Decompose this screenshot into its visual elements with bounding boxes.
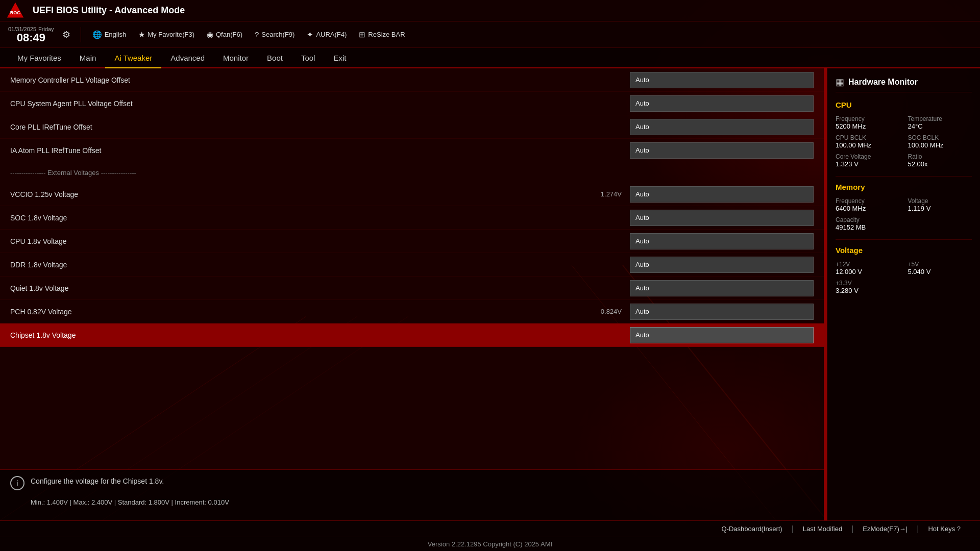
setting-name: Memory Controller PLL Voltage Offset [10,76,630,84]
table-row[interactable]: IA Atom PLL IRefTune Offset Auto [0,139,824,162]
setting-name: PCH 0.82V Voltage [10,308,586,316]
ratio-label: Ratio [908,153,972,160]
resize-icon: ⊞ [359,30,365,39]
setting-dropdown[interactable]: Auto [630,210,814,226]
ezmode-button[interactable]: EzMode(F7)→| [853,525,917,533]
table-row[interactable]: Quiet 1.8v Voltage Auto [0,277,824,300]
mem-voltage-value: 1.119 V [908,205,972,212]
hw-divider [836,176,972,177]
setting-dropdown[interactable]: Auto [630,186,814,203]
search-label: Search(F9) [261,31,295,38]
soc-bclk-label: SOC BCLK [908,134,972,141]
header: ROG UEFI BIOS Utility - Advanced Mode [0,0,980,21]
setting-dropdown[interactable]: Auto [630,142,814,159]
setting-current-value: 1.274V [586,190,622,198]
qfan-button[interactable]: ◉ Qfan(F6) [202,28,248,42]
setting-name: Core PLL IRefTune Offset [10,123,630,131]
table-row[interactable]: Memory Controller PLL Voltage Offset Aut… [0,68,824,92]
settings-list: Memory Controller PLL Voltage Offset Aut… [0,68,824,469]
cpu-stat-item: Core Voltage 1.323 V [836,153,900,168]
fan-icon: ◉ [207,30,213,39]
mem-voltage-label: Voltage [908,197,972,205]
nav-advanced[interactable]: Advanced [161,47,214,68]
cpu-bclk-value: 100.00 MHz [836,141,900,149]
toolbar-divider [81,27,81,42]
v33-label: +3.3V [836,280,900,287]
v33-value: 3.280 V [836,287,900,294]
memory-stats-grid: Frequency 6400 MHz Voltage 1.119 V Capac… [836,197,972,231]
qdashboard-button[interactable]: Q-Dashboard(Insert) [712,525,791,533]
search-button[interactable]: ? Search(F9) [250,28,300,41]
memory-section-title: Memory [836,183,972,191]
my-favorite-button[interactable]: ★ My Favorite(F3) [133,28,200,42]
nav-main[interactable]: Main [70,47,106,68]
info-constraints: Min.: 1.400V | Max.: 2.400V | Standard: … [10,498,814,506]
mem-capacity-value: 49152 MB [836,223,972,231]
resize-bar-button[interactable]: ⊞ ReSize BAR [354,28,410,42]
aura-icon: ✦ [307,30,313,39]
app-title: UEFI BIOS Utility - Advanced Mode [33,5,185,16]
setting-dropdown[interactable]: Auto [630,304,814,320]
cpu-stat-item: Frequency 5200 MHz [836,115,900,130]
mem-freq-label: Frequency [836,197,900,205]
aura-label: AURA(F4) [316,31,347,38]
setting-dropdown[interactable]: Auto [630,95,814,112]
setting-dropdown[interactable]: Auto [630,257,814,273]
table-row[interactable]: VCCIO 1.25v Voltage 1.274V Auto [0,183,824,206]
v5-value: 5.040 V [908,268,972,276]
qfan-label: Qfan(F6) [216,31,242,38]
nav-tool[interactable]: Tool [292,47,325,68]
table-row[interactable]: Core PLL IRefTune Offset Auto [0,115,824,139]
setting-dropdown[interactable]: Auto [630,233,814,249]
setting-name: IA Atom PLL IRefTune Offset [10,146,630,155]
voltage-stat-item: +5V 5.040 V [908,261,972,276]
hw-monitor-icon: ▦ [836,77,844,88]
cpu-stat-item: CPU BCLK 100.00 MHz [836,134,900,149]
v5-label: +5V [908,261,972,268]
nav-monitor[interactable]: Monitor [214,47,258,68]
info-description: Configure the voltage for the Chipset 1.… [31,476,164,487]
info-panel: i Configure the voltage for the Chipset … [0,469,824,520]
core-voltage-label: Core Voltage [836,153,900,160]
nav-boot[interactable]: Boot [258,47,292,68]
english-button[interactable]: 🌐 English [87,28,132,42]
setting-name: Quiet 1.8v Voltage [10,284,586,292]
last-modified-button[interactable]: Last Modified [794,525,851,533]
status-bar: Q-Dashboard(Insert) | Last Modified | Ez… [0,520,980,551]
hw-monitor-header: ▦ Hardware Monitor [836,77,972,92]
memory-stat-item: Frequency 6400 MHz [836,197,900,212]
datetime-display: 01/31/2025 Friday 08:49 [8,26,54,43]
search-icon: ? [255,30,259,39]
setting-name: Chipset 1.8v Voltage [10,331,586,339]
setting-dropdown[interactable]: Auto [630,327,814,343]
time-display: 08:49 [17,32,45,43]
setting-current-value: 0.824V [586,308,622,315]
cpu-stat-item: Temperature 24°C [908,115,972,130]
voltage-stat-item: +12V 12.000 V [836,261,900,276]
cpu-section-title: CPU [836,101,972,109]
english-label: English [105,31,127,38]
table-row[interactable]: Chipset 1.8v Voltage Auto [0,323,824,347]
nav-my-favorites[interactable]: My Favorites [8,47,70,68]
table-row[interactable]: CPU 1.8v Voltage Auto [0,230,824,253]
table-row[interactable]: CPU System Agent PLL Voltage Offset Auto [0,92,824,115]
status-bar-top: Q-Dashboard(Insert) | Last Modified | Ez… [0,521,980,537]
mem-capacity-label: Capacity [836,216,972,223]
table-row[interactable]: DDR 1.8v Voltage Auto [0,253,824,277]
nav-exit[interactable]: Exit [324,47,355,68]
setting-dropdown[interactable]: Auto [630,119,814,135]
setting-dropdown[interactable]: Auto [630,72,814,88]
aura-button[interactable]: ✦ AURA(F4) [302,28,352,42]
setting-dropdown[interactable]: Auto [630,280,814,296]
nav-ai-tweaker[interactable]: Ai Tweaker [105,48,161,68]
cpu-stats-grid: Frequency 5200 MHz Temperature 24°C CPU … [836,115,972,168]
table-row[interactable]: SOC 1.8v Voltage Auto [0,206,824,230]
hot-keys-button[interactable]: Hot Keys ? [919,525,970,533]
hw-divider [836,239,972,240]
cpu-temp-label: Temperature [908,115,972,122]
voltage-stat-item: +3.3V 3.280 V [836,280,900,294]
table-row[interactable]: PCH 0.82V Voltage 0.824V Auto [0,300,824,323]
svg-text:ROG: ROG [10,10,21,15]
settings-icon[interactable]: ⚙ [62,29,70,40]
asus-logo: ROG [6,2,24,20]
